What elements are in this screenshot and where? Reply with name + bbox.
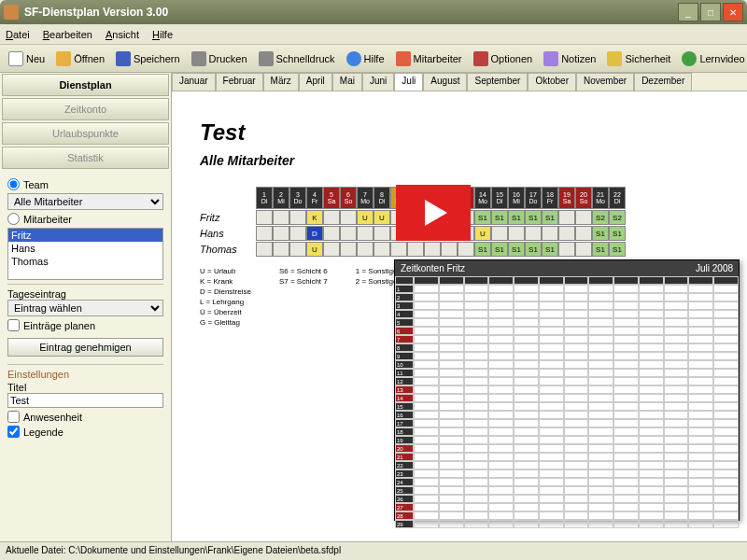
schedule-cell[interactable] xyxy=(558,210,575,225)
schedule-cell[interactable]: S2 xyxy=(592,210,609,225)
zeitkonto-window[interactable]: Zeitkonten Fritz Juli 2008 1234567891011… xyxy=(394,259,740,521)
tab-februar[interactable]: Februar xyxy=(216,73,263,91)
schedule-cell[interactable] xyxy=(357,242,374,257)
tab-oktober[interactable]: Oktober xyxy=(528,73,576,91)
tool-neu[interactable]: Neu xyxy=(4,49,49,68)
schedule-cell[interactable] xyxy=(374,242,390,257)
tab-märz[interactable]: März xyxy=(263,73,299,91)
tab-november[interactable]: November xyxy=(576,73,634,91)
check-eintraege-planen[interactable]: Einträge planen xyxy=(7,319,163,331)
list-item[interactable]: Hans xyxy=(8,242,162,255)
titel-input[interactable] xyxy=(7,393,163,408)
tool-sicherheit[interactable]: Sicherheit xyxy=(602,49,675,68)
maximize-button[interactable]: □ xyxy=(700,3,721,21)
tab-dezember[interactable]: Dezember xyxy=(634,73,692,91)
schedule-cell[interactable] xyxy=(441,242,458,257)
schedule-cell[interactable]: K xyxy=(306,210,323,225)
schedule-cell[interactable]: U xyxy=(474,226,491,241)
schedule-cell[interactable] xyxy=(357,226,374,241)
schedule-cell[interactable]: U xyxy=(374,210,390,225)
tab-januar[interactable]: Januar xyxy=(172,73,216,91)
schedule-cell[interactable] xyxy=(273,226,289,241)
employee-list[interactable]: Fritz Hans Thomas xyxy=(7,228,163,280)
schedule-cell[interactable]: S1 xyxy=(508,210,525,225)
schedule-cell[interactable] xyxy=(525,226,542,241)
schedule-cell[interactable]: S1 xyxy=(491,242,508,257)
schedule-cell[interactable] xyxy=(340,210,357,225)
radio-mitarbeiter[interactable]: Mitarbeiter xyxy=(7,213,163,225)
schedule-cell[interactable] xyxy=(558,242,575,257)
check-legende[interactable]: Legende xyxy=(7,426,163,438)
schedule-cell[interactable] xyxy=(340,242,357,257)
tab-august[interactable]: August xyxy=(423,73,467,91)
tool-schnelldruck[interactable]: Schnelldruck xyxy=(254,49,340,68)
schedule-cell[interactable] xyxy=(273,210,289,225)
schedule-cell[interactable] xyxy=(575,242,592,257)
minimize-button[interactable]: _ xyxy=(678,3,698,21)
tab-juli[interactable]: Juli xyxy=(394,73,423,91)
tool-speichern[interactable]: Speichern xyxy=(111,49,185,68)
schedule-cell[interactable]: D xyxy=(306,226,323,241)
menu-hilfe[interactable]: Hilfe xyxy=(152,29,173,40)
schedule-cell[interactable]: S1 xyxy=(474,210,491,225)
team-select[interactable]: Alle Mitarbeiter xyxy=(7,193,163,210)
tab-mai[interactable]: Mai xyxy=(332,73,362,91)
schedule-cell[interactable] xyxy=(289,242,306,257)
schedule-cell[interactable] xyxy=(289,226,306,241)
schedule-cell[interactable] xyxy=(458,242,474,257)
tool-notizen[interactable]: Notizen xyxy=(539,49,600,68)
eintrag-genehmigen-button[interactable]: Eintrag genehmigen xyxy=(7,338,163,357)
schedule-cell[interactable]: S1 xyxy=(525,242,542,257)
schedule-cell[interactable]: S1 xyxy=(542,242,558,257)
play-video-button[interactable] xyxy=(396,185,471,241)
schedule-cell[interactable] xyxy=(491,226,508,241)
schedule-cell[interactable]: S1 xyxy=(508,242,525,257)
tab-april[interactable]: April xyxy=(299,73,332,91)
nav-statistik[interactable]: Statistik xyxy=(2,147,169,169)
menu-datei[interactable]: Datei xyxy=(6,29,30,40)
tageseintrag-select[interactable]: Eintrag wählen xyxy=(7,300,163,316)
close-button[interactable]: ✕ xyxy=(723,3,743,21)
schedule-cell[interactable] xyxy=(289,210,306,225)
radio-team[interactable]: Team xyxy=(7,178,163,190)
tool-offnen[interactable]: Öffnen xyxy=(51,49,109,68)
tab-juni[interactable]: Juni xyxy=(362,73,394,91)
schedule-cell[interactable] xyxy=(558,226,575,241)
schedule-cell[interactable]: S2 xyxy=(609,210,626,225)
schedule-cell[interactable] xyxy=(323,242,340,257)
menu-bearbeiten[interactable]: Bearbeiten xyxy=(43,29,92,40)
list-item[interactable]: Thomas xyxy=(8,255,162,268)
schedule-cell[interactable] xyxy=(323,210,340,225)
schedule-cell[interactable] xyxy=(407,242,424,257)
schedule-cell[interactable] xyxy=(340,226,357,241)
schedule-cell[interactable]: U xyxy=(306,242,323,257)
schedule-cell[interactable] xyxy=(256,210,273,225)
nav-zeitkonto[interactable]: Zeitkonto xyxy=(2,98,169,120)
schedule-cell[interactable] xyxy=(508,226,525,241)
schedule-cell[interactable] xyxy=(575,226,592,241)
schedule-cell[interactable]: S1 xyxy=(592,226,609,241)
schedule-cell[interactable] xyxy=(256,242,273,257)
schedule-cell[interactable]: S1 xyxy=(609,226,626,241)
schedule-cell[interactable] xyxy=(273,242,289,257)
schedule-cell[interactable]: S1 xyxy=(592,242,609,257)
schedule-cell[interactable]: S1 xyxy=(525,210,542,225)
schedule-cell[interactable] xyxy=(390,242,407,257)
list-item[interactable]: Fritz xyxy=(8,229,162,242)
nav-urlaubspunkte[interactable]: Urlaubspunkte xyxy=(2,122,169,145)
tool-mitarbeiter[interactable]: Mitarbeiter xyxy=(391,49,467,68)
schedule-cell[interactable]: S1 xyxy=(542,210,558,225)
schedule-cell[interactable]: S1 xyxy=(474,242,491,257)
check-anwesenheit[interactable]: Anwesenheit xyxy=(7,411,163,423)
nav-dienstplan[interactable]: Dienstplan xyxy=(2,74,169,96)
schedule-cell[interactable] xyxy=(424,242,441,257)
tool-lernvideo[interactable]: Lernvideo xyxy=(677,49,747,68)
menu-ansicht[interactable]: Ansicht xyxy=(106,29,139,40)
schedule-cell[interactable]: S1 xyxy=(491,210,508,225)
schedule-cell[interactable]: U xyxy=(357,210,374,225)
tool-hilfe[interactable]: Hilfe xyxy=(342,49,389,68)
schedule-cell[interactable]: S1 xyxy=(609,242,626,257)
schedule-cell[interactable] xyxy=(256,226,273,241)
tool-drucken[interactable]: Drucken xyxy=(187,49,252,68)
schedule-cell[interactable] xyxy=(575,210,592,225)
